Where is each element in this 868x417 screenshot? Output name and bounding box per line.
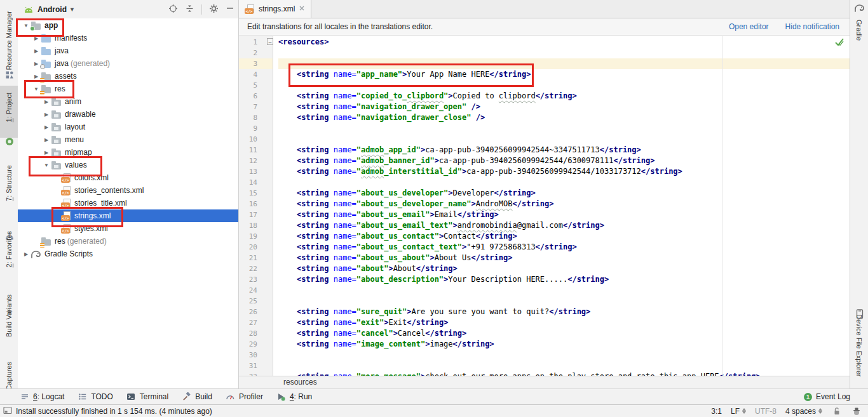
chevron-collapsed-icon[interactable]: ▶ [42, 99, 51, 105]
code-line-19[interactable]: <string name="about_us_contact">Contact<… [278, 231, 850, 242]
stripe-tab-gradle[interactable]: Gradle [850, 14, 868, 47]
code-line-29[interactable]: <string name="image_content">image</stri… [278, 339, 850, 350]
code-line-6[interactable]: <string name="copied_to_clipbord">Copied… [278, 91, 850, 102]
caret-position[interactable]: 3:1 [711, 407, 722, 416]
stripe-tab-resource-manager[interactable]: Resource Manager [0, 9, 17, 72]
code-line-18[interactable]: <string name="about_us_email_text">andro… [278, 220, 850, 231]
close-icon[interactable] [299, 4, 305, 13]
code-line-12[interactable]: <string name="admob_banner_id">ca-app-pu… [278, 156, 850, 166]
code-line-26[interactable]: <string name="sure_quit">Are you sure yo… [278, 307, 850, 317]
code-line-32[interactable]: <string name="more_message">check out ou… [278, 371, 850, 376]
breadcrumb-item[interactable]: resources [283, 378, 317, 387]
code-line-24[interactable] [278, 285, 850, 296]
lock-indicator[interactable] [831, 406, 842, 416]
code-line-17[interactable]: <string name="about_us_email">Email</str… [278, 209, 850, 220]
chevron-expanded-icon[interactable]: ▼ [22, 23, 31, 29]
tree-item-res[interactable]: res(generated) [18, 235, 238, 248]
collapse-all-icon[interactable] [185, 4, 194, 15]
event-log-button[interactable]: 1 Event Log [804, 392, 850, 401]
gradle-elephant-icon[interactable] [854, 3, 865, 13]
tree-item-manifests[interactable]: ▶manifests [18, 32, 238, 44]
toolwindow-button-terminal[interactable]: Terminal [126, 392, 168, 402]
code-line-23[interactable]: <string name="about_description">Your De… [278, 274, 850, 285]
hide-notification-link[interactable]: Hide notification [785, 22, 839, 31]
code-line-7[interactable]: <string name="navigation_drawer_open" /> [278, 102, 850, 112]
chevron-expanded-icon[interactable]: ▼ [42, 162, 51, 168]
toolwindow-button-logcat[interactable]: 6: Logcat [19, 392, 64, 402]
code-line-15[interactable]: <string name="about_us_developer">Develo… [278, 188, 850, 199]
tree-item-strings-xml[interactable]: strings.xml [18, 209, 238, 222]
tree-item-java[interactable]: ▶java [18, 44, 238, 57]
code-line-30[interactable] [278, 350, 850, 361]
toolwindow-button-run[interactable]: 4: Run [276, 392, 312, 402]
tree-item-app[interactable]: ▼app [18, 19, 238, 32]
stripe-tab-device-file-explorer[interactable]: Device File Explorer [850, 310, 868, 381]
stripe-tab-project[interactable]: 1: Project [0, 89, 17, 125]
code-line-28[interactable]: <string name="cancel">Cancel</string> [278, 328, 850, 339]
code-line-10[interactable] [278, 134, 850, 145]
code-line-16[interactable]: <string name="about_us_developer_name">A… [278, 199, 850, 209]
code-line-1[interactable]: <resources> [278, 37, 850, 48]
file-encoding[interactable]: UTF-8 [755, 407, 776, 416]
code-line-21[interactable]: <string name="about_us_about">About Us</… [278, 253, 850, 263]
stripe-tab-structure[interactable]: 7: Structure [0, 156, 17, 209]
stripe-tab-build-variants[interactable]: Build Variants [0, 288, 17, 344]
code-line-9[interactable] [278, 123, 850, 134]
tree-item-stories-contents-xml[interactable]: stories_contents.xml [18, 184, 238, 197]
tree-item-res[interactable]: ▼res [18, 83, 238, 95]
code-area[interactable]: <resources> <string name="app_name">Your… [273, 36, 850, 376]
gear-icon[interactable] [209, 4, 219, 15]
tree-item-drawable[interactable]: ▶drawable [18, 108, 238, 121]
hide-panel-icon[interactable] [226, 4, 234, 15]
project-tab-icon[interactable] [4, 137, 15, 147]
tree-item-menu[interactable]: ▶menu [18, 133, 238, 146]
tree-item-assets[interactable]: ▶assets [18, 70, 238, 83]
chevron-collapsed-icon[interactable]: ▶ [32, 36, 41, 41]
chevron-collapsed-icon[interactable]: ▶ [32, 74, 41, 79]
chevron-collapsed-icon[interactable]: ▶ [32, 48, 41, 54]
code-line-25[interactable] [278, 296, 850, 307]
tree-item-colors-xml[interactable]: colors.xml [18, 171, 238, 184]
tree-item-mipmap[interactable]: ▶mipmap [18, 146, 238, 159]
chevron-collapsed-icon[interactable]: ▶ [42, 124, 51, 130]
stripe-tab-favorites[interactable]: 2: Favorites [0, 225, 17, 274]
ide-notifications[interactable] [851, 406, 862, 416]
fold-marker-icon[interactable]: − [267, 38, 273, 45]
chevron-down-icon[interactable]: ▼ [69, 6, 75, 13]
tree-item-styles-xml[interactable]: styles.xml [18, 222, 238, 235]
code-line-3[interactable] [278, 58, 850, 69]
chevron-collapsed-icon[interactable]: ▶ [32, 61, 41, 67]
chevron-collapsed-icon[interactable]: ▶ [42, 137, 51, 143]
chevron-collapsed-icon[interactable]: ▶ [22, 251, 31, 257]
locate-file-icon[interactable] [168, 4, 178, 15]
tree-item-stories-title-xml[interactable]: stories_title.xml [18, 197, 238, 209]
code-line-4[interactable]: <string name="app_name">Your App Name HE… [278, 69, 850, 80]
code-line-20[interactable]: <string name="about_us_contact_text">"+9… [278, 242, 850, 253]
chevron-collapsed-icon[interactable]: ▶ [42, 150, 51, 156]
line-separator-selector[interactable]: LF [731, 407, 746, 416]
code-line-8[interactable]: <string name="navigation_drawer_close" /… [278, 112, 850, 123]
toolwindow-button-profiler[interactable]: Profiler [225, 392, 263, 402]
code-line-31[interactable] [278, 361, 850, 371]
code-line-5[interactable] [278, 80, 850, 91]
code-line-13[interactable]: <string name="admob_interstitial_id">ca-… [278, 166, 850, 177]
tree-item-anim[interactable]: ▶anim [18, 95, 238, 108]
chevron-collapsed-icon[interactable]: ▶ [42, 112, 51, 117]
tree-item-java[interactable]: ▶java(generated) [18, 57, 238, 70]
toolwindow-button-todo[interactable]: TODO [77, 392, 112, 402]
toggle-toolwindow-bars-icon[interactable] [3, 406, 12, 416]
editor-body[interactable]: 1234567891011121314151617181920212223242… [239, 36, 850, 376]
project-view-selector[interactable]: Android [37, 5, 67, 14]
resource-manager-icon[interactable] [4, 70, 15, 79]
code-line-27[interactable]: <string name="exit">Exit</string> [278, 317, 850, 328]
code-line-11[interactable]: <string name="admob_app_id">ca-app-pub-3… [278, 145, 850, 156]
chevron-expanded-icon[interactable]: ▼ [32, 86, 41, 92]
tab-strings-xml[interactable]: strings.xml [239, 0, 311, 18]
inspections-ok-icon[interactable] [835, 38, 844, 48]
device-file-explorer-icon[interactable] [854, 309, 865, 319]
tree-item-values[interactable]: ▼values [18, 159, 238, 171]
open-editor-link[interactable]: Open editor [729, 22, 769, 31]
tree-item-layout[interactable]: ▶layout [18, 121, 238, 133]
code-line-2[interactable] [278, 48, 850, 58]
toolwindow-button-build[interactable]: Build [181, 392, 212, 402]
